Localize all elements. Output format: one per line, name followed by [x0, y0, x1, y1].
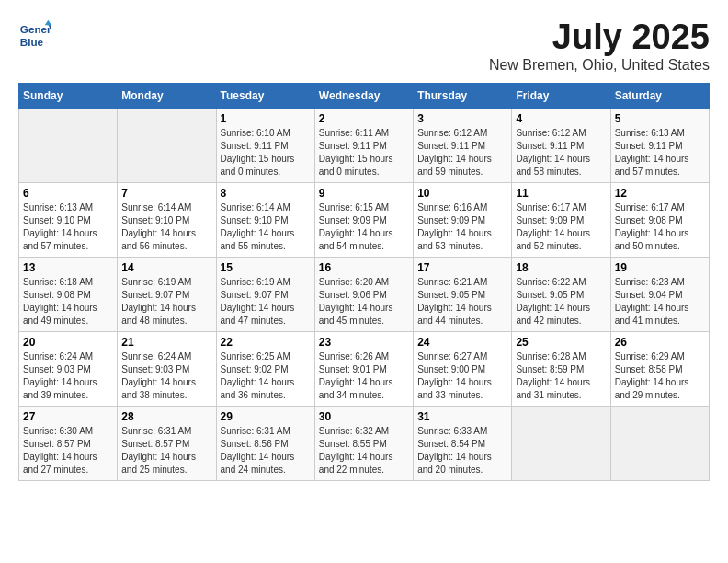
day-info: Sunrise: 6:20 AMSunset: 9:06 PMDaylight:…: [319, 276, 409, 327]
day-number: 28: [121, 410, 211, 423]
calendar-cell: [512, 406, 610, 480]
calendar-cell: [19, 108, 118, 182]
calendar-subtitle: New Bremen, Ohio, United States: [489, 57, 710, 74]
day-info: Sunrise: 6:24 AMSunset: 9:03 PMDaylight:…: [23, 350, 113, 402]
day-info: Sunrise: 6:15 AMSunset: 9:09 PMDaylight:…: [319, 201, 409, 253]
day-info: Sunrise: 6:14 AMSunset: 9:10 PMDaylight:…: [121, 201, 211, 253]
day-number: 17: [417, 261, 507, 274]
day-info: Sunrise: 6:22 AMSunset: 9:05 PMDaylight:…: [516, 276, 606, 327]
calendar-cell: 29Sunrise: 6:31 AMSunset: 8:56 PMDayligh…: [216, 406, 314, 480]
calendar-cell: 3Sunrise: 6:12 AMSunset: 9:11 PMDaylight…: [414, 108, 512, 182]
calendar-cell: 22Sunrise: 6:25 AMSunset: 9:02 PMDayligh…: [216, 331, 314, 406]
day-info: Sunrise: 6:25 AMSunset: 9:02 PMDaylight:…: [221, 350, 311, 402]
day-number: 19: [615, 261, 705, 274]
calendar-cell: 28Sunrise: 6:31 AMSunset: 8:57 PMDayligh…: [118, 406, 216, 480]
day-info: Sunrise: 6:14 AMSunset: 9:10 PMDaylight:…: [221, 201, 311, 253]
day-number: 30: [319, 410, 409, 423]
calendar-cell: 21Sunrise: 6:24 AMSunset: 9:03 PMDayligh…: [118, 331, 216, 406]
calendar-cell: 8Sunrise: 6:14 AMSunset: 9:10 PMDaylight…: [216, 182, 314, 257]
calendar-cell: 26Sunrise: 6:29 AMSunset: 8:58 PMDayligh…: [610, 331, 709, 406]
calendar-cell: 15Sunrise: 6:19 AMSunset: 9:07 PMDayligh…: [216, 257, 314, 331]
calendar-header: General Blue July 2025 New Bremen, Ohio,…: [18, 18, 710, 74]
title-area: July 2025 New Bremen, Ohio, United State…: [489, 18, 710, 74]
day-info: Sunrise: 6:18 AMSunset: 9:08 PMDaylight:…: [23, 276, 113, 327]
calendar-title: July 2025: [489, 18, 710, 57]
calendar-cell: [118, 108, 216, 182]
day-number: 24: [417, 336, 507, 349]
calendar-cell: 14Sunrise: 6:19 AMSunset: 9:07 PMDayligh…: [118, 257, 216, 331]
day-number: 10: [417, 187, 507, 200]
day-number: 13: [23, 261, 113, 274]
day-number: 4: [516, 112, 606, 125]
weekday-header: Tuesday: [216, 83, 314, 108]
day-info: Sunrise: 6:27 AMSunset: 9:00 PMDaylight:…: [417, 350, 507, 402]
logo: General Blue: [18, 18, 51, 52]
calendar-cell: 16Sunrise: 6:20 AMSunset: 9:06 PMDayligh…: [314, 257, 413, 331]
calendar-cell: 11Sunrise: 6:17 AMSunset: 9:09 PMDayligh…: [512, 182, 610, 257]
calendar-cell: 20Sunrise: 6:24 AMSunset: 9:03 PMDayligh…: [19, 331, 118, 406]
day-info: Sunrise: 6:28 AMSunset: 8:59 PMDaylight:…: [516, 350, 606, 402]
calendar-cell: 31Sunrise: 6:33 AMSunset: 8:54 PMDayligh…: [414, 406, 512, 480]
calendar-cell: 19Sunrise: 6:23 AMSunset: 9:04 PMDayligh…: [610, 257, 709, 331]
day-info: Sunrise: 6:31 AMSunset: 8:57 PMDaylight:…: [121, 425, 211, 477]
weekday-header: Saturday: [610, 83, 709, 108]
day-info: Sunrise: 6:26 AMSunset: 9:01 PMDaylight:…: [319, 350, 409, 402]
day-number: 23: [319, 336, 409, 349]
day-number: 1: [221, 112, 311, 125]
day-number: 31: [417, 410, 507, 423]
calendar-cell: 17Sunrise: 6:21 AMSunset: 9:05 PMDayligh…: [414, 257, 512, 331]
logo-icon: General Blue: [18, 18, 51, 52]
calendar-cell: 2Sunrise: 6:11 AMSunset: 9:11 PMDaylight…: [314, 108, 413, 182]
day-info: Sunrise: 6:13 AMSunset: 9:11 PMDaylight:…: [615, 127, 705, 178]
day-number: 27: [23, 410, 113, 423]
calendar-cell: 5Sunrise: 6:13 AMSunset: 9:11 PMDaylight…: [610, 108, 709, 182]
day-number: 16: [319, 261, 409, 274]
day-info: Sunrise: 6:16 AMSunset: 9:09 PMDaylight:…: [417, 201, 507, 253]
calendar-cell: 27Sunrise: 6:30 AMSunset: 8:57 PMDayligh…: [19, 406, 118, 480]
weekday-header: Friday: [512, 83, 610, 108]
day-info: Sunrise: 6:24 AMSunset: 9:03 PMDaylight:…: [121, 350, 211, 402]
day-number: 9: [319, 187, 409, 200]
day-info: Sunrise: 6:31 AMSunset: 8:56 PMDaylight:…: [221, 425, 311, 477]
day-number: 8: [221, 187, 311, 200]
calendar-cell: 4Sunrise: 6:12 AMSunset: 9:11 PMDaylight…: [512, 108, 610, 182]
calendar-table: SundayMondayTuesdayWednesdayThursdayFrid…: [18, 83, 710, 481]
calendar-cell: 1Sunrise: 6:10 AMSunset: 9:11 PMDaylight…: [216, 108, 314, 182]
weekday-header: Thursday: [414, 83, 512, 108]
day-info: Sunrise: 6:12 AMSunset: 9:11 PMDaylight:…: [417, 127, 507, 178]
calendar-cell: 12Sunrise: 6:17 AMSunset: 9:08 PMDayligh…: [610, 182, 709, 257]
day-number: 12: [615, 187, 705, 200]
day-number: 25: [516, 336, 606, 349]
day-number: 11: [516, 187, 606, 200]
weekday-header: Wednesday: [314, 83, 413, 108]
calendar-cell: 30Sunrise: 6:32 AMSunset: 8:55 PMDayligh…: [314, 406, 413, 480]
day-info: Sunrise: 6:19 AMSunset: 9:07 PMDaylight:…: [221, 276, 311, 327]
calendar-cell: 23Sunrise: 6:26 AMSunset: 9:01 PMDayligh…: [314, 331, 413, 406]
day-info: Sunrise: 6:19 AMSunset: 9:07 PMDaylight:…: [121, 276, 211, 327]
day-number: 14: [121, 261, 211, 274]
day-info: Sunrise: 6:17 AMSunset: 9:08 PMDaylight:…: [615, 201, 705, 253]
calendar-cell: 9Sunrise: 6:15 AMSunset: 9:09 PMDaylight…: [314, 182, 413, 257]
calendar-cell: 24Sunrise: 6:27 AMSunset: 9:00 PMDayligh…: [414, 331, 512, 406]
calendar-cell: 18Sunrise: 6:22 AMSunset: 9:05 PMDayligh…: [512, 257, 610, 331]
day-info: Sunrise: 6:12 AMSunset: 9:11 PMDaylight:…: [516, 127, 606, 178]
svg-text:Blue: Blue: [20, 36, 44, 48]
calendar-cell: 6Sunrise: 6:13 AMSunset: 9:10 PMDaylight…: [19, 182, 118, 257]
day-number: 18: [516, 261, 606, 274]
day-info: Sunrise: 6:10 AMSunset: 9:11 PMDaylight:…: [221, 127, 311, 178]
calendar-cell: 25Sunrise: 6:28 AMSunset: 8:59 PMDayligh…: [512, 331, 610, 406]
day-number: 6: [23, 187, 113, 200]
day-info: Sunrise: 6:13 AMSunset: 9:10 PMDaylight:…: [23, 201, 113, 253]
weekday-header: Sunday: [19, 83, 118, 108]
day-number: 26: [615, 336, 705, 349]
day-number: 5: [615, 112, 705, 125]
calendar-cell: 10Sunrise: 6:16 AMSunset: 9:09 PMDayligh…: [414, 182, 512, 257]
day-info: Sunrise: 6:30 AMSunset: 8:57 PMDaylight:…: [23, 425, 113, 477]
calendar-cell: 13Sunrise: 6:18 AMSunset: 9:08 PMDayligh…: [19, 257, 118, 331]
day-number: 22: [221, 336, 311, 349]
calendar-cell: [610, 406, 709, 480]
day-info: Sunrise: 6:33 AMSunset: 8:54 PMDaylight:…: [417, 425, 507, 477]
day-number: 20: [23, 336, 113, 349]
day-info: Sunrise: 6:32 AMSunset: 8:55 PMDaylight:…: [319, 425, 409, 477]
day-info: Sunrise: 6:23 AMSunset: 9:04 PMDaylight:…: [615, 276, 705, 327]
